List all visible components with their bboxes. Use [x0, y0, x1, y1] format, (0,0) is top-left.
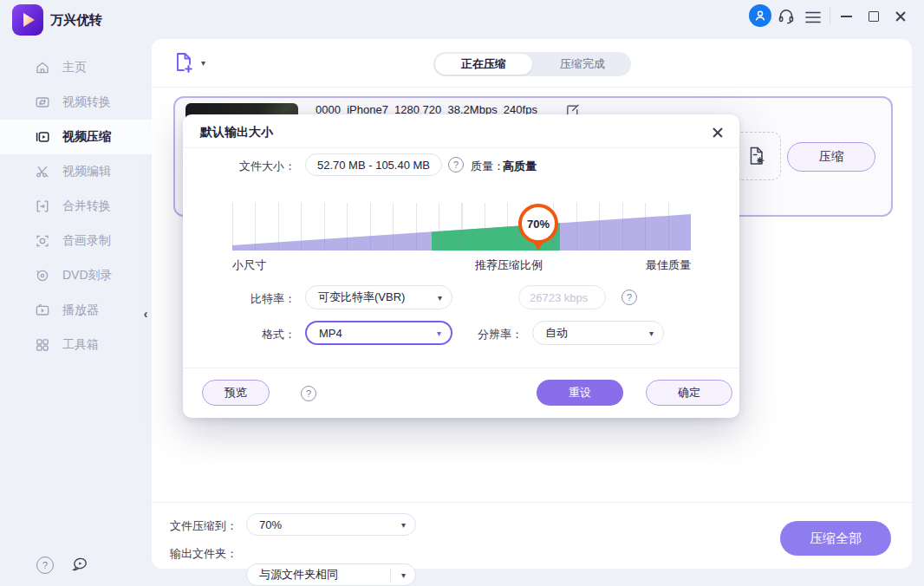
home-icon	[35, 60, 50, 75]
confirm-button[interactable]: 确定	[646, 380, 732, 406]
menu-button[interactable]	[804, 10, 823, 25]
sidebar-item-label: 主页	[62, 60, 87, 75]
resolution-label: 分辨率：	[443, 327, 523, 342]
account-button[interactable]	[749, 4, 771, 27]
format-label: 格式：	[183, 327, 296, 342]
chevron-down-icon: ▾	[438, 293, 442, 303]
sidebar-item-player[interactable]: 播放器	[0, 293, 152, 328]
chevron-down-icon: ▾	[401, 520, 406, 530]
bitrate-dropdown[interactable]: 可变比特率(VBR) ▾	[305, 285, 452, 309]
add-file-caret-icon[interactable]: ▾	[201, 58, 205, 68]
toolbox-icon	[35, 337, 50, 353]
chevron-down-icon: ▾	[401, 570, 406, 580]
reset-button[interactable]: 重设	[537, 380, 623, 406]
sidebar-item-label: 视频压缩	[62, 129, 111, 145]
tab-label: 压缩完成	[560, 56, 605, 72]
add-file-button[interactable]	[172, 50, 196, 75]
sidebar-item-video-compress[interactable]: 视频压缩	[0, 120, 152, 154]
sidebar-item-home[interactable]: 主页	[0, 50, 152, 85]
sidebar-item-record[interactable]: 音画录制	[0, 224, 152, 258]
sidebar-item-label: 工具箱	[62, 337, 99, 353]
compress-button[interactable]: 压缩	[787, 142, 875, 172]
resolution-value: 自动	[545, 325, 568, 341]
slider-label-best: 最佳质量	[646, 257, 691, 273]
app-window: 万兴优转 主页 视频转换	[0, 0, 924, 586]
close-window-button[interactable]	[891, 7, 910, 26]
sidebar-item-merge-convert[interactable]: 合并转换	[0, 189, 152, 224]
hamburger-icon	[805, 11, 821, 23]
toolbar-separator	[152, 87, 912, 88]
video-convert-icon	[35, 94, 50, 110]
dialog-header-separator	[183, 147, 739, 148]
file-settings-icon	[745, 145, 768, 167]
maximize-icon	[869, 11, 879, 22]
compress-to-value: 70%	[259, 518, 282, 531]
format-dropdown[interactable]: MP4 ▾	[305, 321, 452, 345]
compress-to-label: 文件压缩到：	[170, 518, 238, 534]
user-icon	[752, 8, 768, 23]
scissors-icon	[35, 164, 50, 179]
support-headset-button[interactable]	[776, 6, 797, 27]
sidebar-item-label: 音画录制	[62, 233, 111, 249]
file-size-field: 52.70 MB - 105.40 MB	[305, 153, 442, 176]
dropdown-divider	[390, 568, 391, 582]
slider-ticks	[232, 203, 691, 251]
minimize-button[interactable]	[836, 7, 856, 26]
minimize-icon	[841, 16, 852, 17]
file-size-help-icon[interactable]	[448, 157, 464, 173]
video-compress-icon	[35, 129, 50, 145]
collapse-sidebar-button[interactable]: ‹	[139, 300, 153, 328]
file-size-label: 文件大小：	[183, 159, 296, 174]
tab-completed[interactable]: 压缩完成	[534, 52, 631, 76]
feedback-icon	[70, 555, 89, 574]
slider-percent: 70%	[527, 218, 550, 231]
sidebar-item-label: DVD刻录	[62, 268, 113, 283]
maximize-button[interactable]	[864, 7, 883, 26]
dvd-icon	[35, 268, 50, 283]
bitrate-kbps-input[interactable]	[518, 285, 606, 309]
tab-label: 正在压缩	[461, 56, 506, 72]
output-folder-value: 与源文件夹相同	[259, 567, 338, 583]
dialog-close-button[interactable]	[708, 123, 727, 142]
compression-slider[interactable]: 70%	[232, 203, 691, 251]
tab-compressing[interactable]: 正在压缩	[435, 54, 532, 75]
resolution-dropdown[interactable]: 自动 ▾	[532, 321, 664, 345]
feedback-button[interactable]	[70, 555, 89, 577]
file-settings-button[interactable]	[732, 132, 781, 180]
player-icon	[35, 303, 50, 318]
sidebar-item-video-convert[interactable]: 视频转换	[0, 85, 152, 120]
chevron-left-icon: ‹	[144, 307, 148, 321]
bitrate-value: 可变比特率(VBR)	[318, 290, 405, 305]
bottom-separator	[152, 502, 912, 503]
quality-value: 高质量	[503, 159, 537, 174]
sidebar-item-toolbox[interactable]: 工具箱	[0, 328, 152, 362]
quality-label: 质量：	[471, 159, 504, 174]
chevron-down-icon: ▾	[649, 329, 654, 338]
bitrate-help-icon[interactable]	[621, 290, 637, 305]
sidebar: 主页 视频转换 视频压缩 视频编辑 合并转换	[0, 50, 152, 362]
output-folder-dropdown[interactable]: 与源文件夹相同 ▾	[246, 563, 416, 586]
titlebar-divider	[830, 8, 830, 25]
sidebar-item-dvd-burn[interactable]: DVD刻录	[0, 258, 152, 293]
preview-button[interactable]: 预览	[202, 380, 270, 406]
chevron-down-icon: ▾	[437, 329, 441, 338]
dialog-title: 默认输出大小	[200, 125, 273, 140]
sidebar-item-video-edit[interactable]: 视频编辑	[0, 154, 152, 189]
dialog-footer-separator	[183, 368, 739, 368]
merge-icon	[35, 199, 50, 214]
sidebar-item-label: 视频编辑	[62, 164, 111, 179]
help-button[interactable]	[36, 557, 54, 574]
close-icon	[712, 127, 724, 139]
slider-label-small: 小尺寸	[232, 257, 266, 273]
headset-icon	[777, 7, 796, 26]
preview-help-icon[interactable]	[301, 386, 316, 401]
app-title: 万兴优转	[50, 12, 102, 29]
compress-all-button[interactable]: 压缩全部	[780, 521, 891, 556]
slider-thumb[interactable]: 70%	[518, 204, 558, 244]
slider-label-recommended: 推荐压缩比例	[475, 257, 543, 273]
close-icon	[895, 10, 907, 23]
compress-tabs: 正在压缩 压缩完成	[433, 52, 631, 76]
format-value: MP4	[319, 327, 342, 340]
record-icon	[35, 233, 50, 249]
compress-to-dropdown[interactable]: 70% ▾	[246, 513, 416, 536]
